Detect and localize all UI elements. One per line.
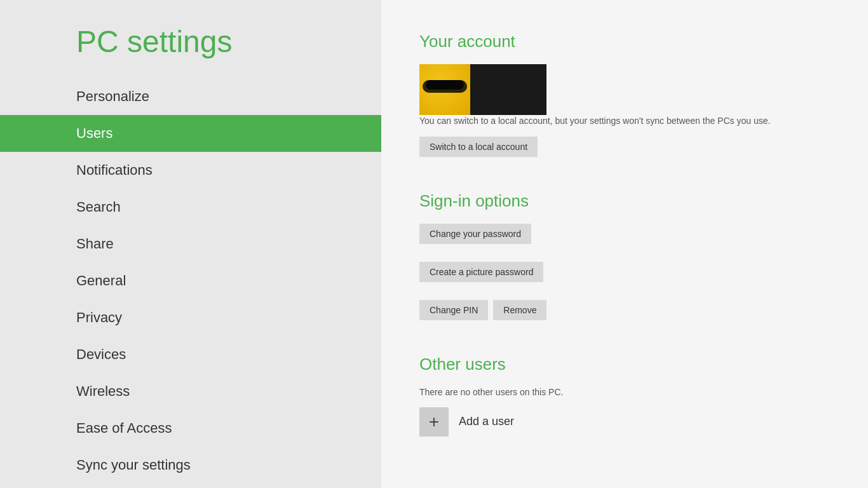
sidebar-item-share[interactable]: Share (0, 226, 381, 262)
avatar-dark (470, 64, 546, 115)
create-picture-password-button[interactable]: Create a picture password (419, 262, 543, 282)
main-content: Your account You can switch to a local a… (381, 0, 868, 488)
app-title: PC settings (0, 25, 381, 78)
sidebar-item-ease-of-access[interactable]: Ease of Access (0, 410, 381, 447)
change-password-block: Change your password (419, 224, 830, 253)
pin-row: Change PIN Remove (419, 300, 830, 329)
sidebar-item-users[interactable]: Users (0, 115, 381, 152)
sidebar-item-general[interactable]: General (0, 262, 381, 299)
add-user-label: Add a user (459, 415, 514, 428)
switch-local-account-button[interactable]: Switch to a local account (419, 137, 538, 157)
other-users-title: Other users (419, 355, 830, 374)
sign-in-section: Sign-in options Change your password Cre… (419, 191, 830, 329)
nav-menu: PersonalizeUsersNotificationsSearchShare… (0, 78, 381, 488)
sidebar-item-homegroup[interactable]: HomeGroup (0, 484, 381, 488)
remove-button[interactable]: Remove (493, 300, 546, 320)
your-account-title: Your account (419, 32, 830, 51)
change-pin-button[interactable]: Change PIN (419, 300, 488, 320)
your-account-section: Your account You can switch to a local a… (419, 32, 830, 166)
avatar (419, 64, 546, 115)
other-users-description: There are no other users on this PC. (419, 387, 830, 397)
sidebar-item-personalize[interactable]: Personalize (0, 78, 381, 115)
change-password-button[interactable]: Change your password (419, 224, 531, 244)
create-picture-password-block: Create a picture password (419, 262, 830, 291)
sidebar-item-privacy[interactable]: Privacy (0, 299, 381, 336)
sidebar-item-sync-your-settings[interactable]: Sync your settings (0, 447, 381, 484)
sidebar-item-search[interactable]: Search (0, 189, 381, 226)
sidebar-item-notifications[interactable]: Notifications (0, 152, 381, 189)
account-description: You can switch to a local account, but y… (419, 115, 830, 128)
sign-in-title: Sign-in options (419, 191, 830, 211)
avatar-face (419, 64, 470, 115)
add-user-row[interactable]: + Add a user (419, 407, 830, 437)
sidebar-item-wireless[interactable]: Wireless (0, 373, 381, 410)
add-user-icon: + (419, 407, 449, 437)
sidebar: PC settings PersonalizeUsersNotification… (0, 0, 381, 488)
other-users-section: Other users There are no other users on … (419, 355, 830, 437)
avatar-glasses (423, 80, 467, 93)
sidebar-item-devices[interactable]: Devices (0, 336, 381, 373)
